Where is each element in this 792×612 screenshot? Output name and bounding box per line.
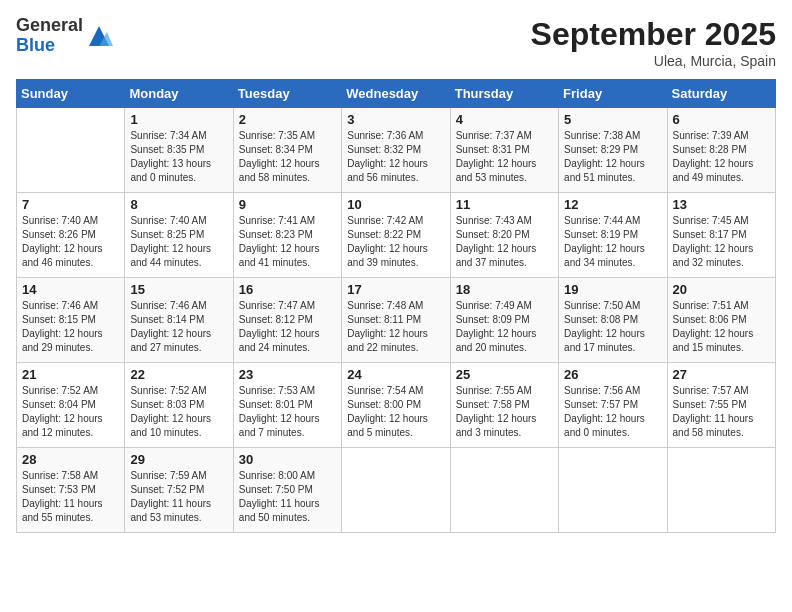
calendar-cell: 4Sunrise: 7:37 AMSunset: 8:31 PMDaylight… (450, 108, 558, 193)
day-info: Sunrise: 7:40 AMSunset: 8:26 PMDaylight:… (22, 214, 119, 270)
month-title: September 2025 (531, 16, 776, 53)
day-info: Sunrise: 7:51 AMSunset: 8:06 PMDaylight:… (673, 299, 770, 355)
logo-blue: Blue (16, 36, 83, 56)
day-info: Sunrise: 7:46 AMSunset: 8:14 PMDaylight:… (130, 299, 227, 355)
day-number: 29 (130, 452, 227, 467)
calendar-cell: 27Sunrise: 7:57 AMSunset: 7:55 PMDayligh… (667, 363, 775, 448)
day-info: Sunrise: 7:42 AMSunset: 8:22 PMDaylight:… (347, 214, 444, 270)
day-info: Sunrise: 7:44 AMSunset: 8:19 PMDaylight:… (564, 214, 661, 270)
weekday-header-thursday: Thursday (450, 80, 558, 108)
day-info: Sunrise: 7:45 AMSunset: 8:17 PMDaylight:… (673, 214, 770, 270)
calendar-cell: 11Sunrise: 7:43 AMSunset: 8:20 PMDayligh… (450, 193, 558, 278)
calendar-cell: 5Sunrise: 7:38 AMSunset: 8:29 PMDaylight… (559, 108, 667, 193)
calendar-cell: 10Sunrise: 7:42 AMSunset: 8:22 PMDayligh… (342, 193, 450, 278)
calendar-cell (667, 448, 775, 533)
day-number: 21 (22, 367, 119, 382)
day-info: Sunrise: 7:36 AMSunset: 8:32 PMDaylight:… (347, 129, 444, 185)
day-info: Sunrise: 7:40 AMSunset: 8:25 PMDaylight:… (130, 214, 227, 270)
day-info: Sunrise: 7:34 AMSunset: 8:35 PMDaylight:… (130, 129, 227, 185)
calendar-cell: 13Sunrise: 7:45 AMSunset: 8:17 PMDayligh… (667, 193, 775, 278)
day-info: Sunrise: 7:54 AMSunset: 8:00 PMDaylight:… (347, 384, 444, 440)
weekday-header-friday: Friday (559, 80, 667, 108)
day-number: 23 (239, 367, 336, 382)
day-number: 12 (564, 197, 661, 212)
calendar-cell (559, 448, 667, 533)
day-info: Sunrise: 7:43 AMSunset: 8:20 PMDaylight:… (456, 214, 553, 270)
day-info: Sunrise: 7:57 AMSunset: 7:55 PMDaylight:… (673, 384, 770, 440)
calendar-cell: 21Sunrise: 7:52 AMSunset: 8:04 PMDayligh… (17, 363, 125, 448)
calendar-cell: 6Sunrise: 7:39 AMSunset: 8:28 PMDaylight… (667, 108, 775, 193)
day-info: Sunrise: 7:48 AMSunset: 8:11 PMDaylight:… (347, 299, 444, 355)
day-info: Sunrise: 7:53 AMSunset: 8:01 PMDaylight:… (239, 384, 336, 440)
calendar-cell: 1Sunrise: 7:34 AMSunset: 8:35 PMDaylight… (125, 108, 233, 193)
calendar-table: SundayMondayTuesdayWednesdayThursdayFrid… (16, 79, 776, 533)
logo-general: General (16, 16, 83, 36)
calendar-cell: 30Sunrise: 8:00 AMSunset: 7:50 PMDayligh… (233, 448, 341, 533)
calendar-cell: 24Sunrise: 7:54 AMSunset: 8:00 PMDayligh… (342, 363, 450, 448)
week-row-5: 28Sunrise: 7:58 AMSunset: 7:53 PMDayligh… (17, 448, 776, 533)
day-number: 22 (130, 367, 227, 382)
weekday-header-saturday: Saturday (667, 80, 775, 108)
calendar-cell: 25Sunrise: 7:55 AMSunset: 7:58 PMDayligh… (450, 363, 558, 448)
day-info: Sunrise: 7:56 AMSunset: 7:57 PMDaylight:… (564, 384, 661, 440)
logo-icon (85, 22, 113, 50)
calendar-cell: 16Sunrise: 7:47 AMSunset: 8:12 PMDayligh… (233, 278, 341, 363)
calendar-cell: 26Sunrise: 7:56 AMSunset: 7:57 PMDayligh… (559, 363, 667, 448)
calendar-cell: 19Sunrise: 7:50 AMSunset: 8:08 PMDayligh… (559, 278, 667, 363)
day-number: 8 (130, 197, 227, 212)
calendar-cell: 12Sunrise: 7:44 AMSunset: 8:19 PMDayligh… (559, 193, 667, 278)
week-row-1: 1Sunrise: 7:34 AMSunset: 8:35 PMDaylight… (17, 108, 776, 193)
day-info: Sunrise: 7:41 AMSunset: 8:23 PMDaylight:… (239, 214, 336, 270)
day-number: 5 (564, 112, 661, 127)
calendar-cell (17, 108, 125, 193)
day-info: Sunrise: 7:47 AMSunset: 8:12 PMDaylight:… (239, 299, 336, 355)
weekday-header-tuesday: Tuesday (233, 80, 341, 108)
calendar-cell: 2Sunrise: 7:35 AMSunset: 8:34 PMDaylight… (233, 108, 341, 193)
calendar-cell: 14Sunrise: 7:46 AMSunset: 8:15 PMDayligh… (17, 278, 125, 363)
day-number: 10 (347, 197, 444, 212)
calendar-cell: 22Sunrise: 7:52 AMSunset: 8:03 PMDayligh… (125, 363, 233, 448)
day-info: Sunrise: 7:49 AMSunset: 8:09 PMDaylight:… (456, 299, 553, 355)
day-info: Sunrise: 7:50 AMSunset: 8:08 PMDaylight:… (564, 299, 661, 355)
day-number: 7 (22, 197, 119, 212)
week-row-3: 14Sunrise: 7:46 AMSunset: 8:15 PMDayligh… (17, 278, 776, 363)
logo-text: General Blue (16, 16, 83, 56)
day-number: 28 (22, 452, 119, 467)
day-number: 6 (673, 112, 770, 127)
calendar-cell: 3Sunrise: 7:36 AMSunset: 8:32 PMDaylight… (342, 108, 450, 193)
calendar-cell (342, 448, 450, 533)
day-number: 25 (456, 367, 553, 382)
day-number: 15 (130, 282, 227, 297)
day-number: 16 (239, 282, 336, 297)
day-info: Sunrise: 7:37 AMSunset: 8:31 PMDaylight:… (456, 129, 553, 185)
day-number: 18 (456, 282, 553, 297)
day-number: 19 (564, 282, 661, 297)
calendar-cell: 7Sunrise: 7:40 AMSunset: 8:26 PMDaylight… (17, 193, 125, 278)
day-number: 26 (564, 367, 661, 382)
day-number: 1 (130, 112, 227, 127)
day-number: 20 (673, 282, 770, 297)
calendar-cell: 9Sunrise: 7:41 AMSunset: 8:23 PMDaylight… (233, 193, 341, 278)
day-number: 13 (673, 197, 770, 212)
day-number: 2 (239, 112, 336, 127)
location: Ulea, Murcia, Spain (531, 53, 776, 69)
day-number: 24 (347, 367, 444, 382)
calendar-cell: 23Sunrise: 7:53 AMSunset: 8:01 PMDayligh… (233, 363, 341, 448)
day-info: Sunrise: 7:59 AMSunset: 7:52 PMDaylight:… (130, 469, 227, 525)
day-number: 30 (239, 452, 336, 467)
weekday-header-wednesday: Wednesday (342, 80, 450, 108)
calendar-cell: 15Sunrise: 7:46 AMSunset: 8:14 PMDayligh… (125, 278, 233, 363)
day-info: Sunrise: 7:46 AMSunset: 8:15 PMDaylight:… (22, 299, 119, 355)
calendar-cell: 17Sunrise: 7:48 AMSunset: 8:11 PMDayligh… (342, 278, 450, 363)
calendar-cell: 18Sunrise: 7:49 AMSunset: 8:09 PMDayligh… (450, 278, 558, 363)
calendar-cell: 8Sunrise: 7:40 AMSunset: 8:25 PMDaylight… (125, 193, 233, 278)
day-number: 4 (456, 112, 553, 127)
weekday-header-sunday: Sunday (17, 80, 125, 108)
day-info: Sunrise: 7:58 AMSunset: 7:53 PMDaylight:… (22, 469, 119, 525)
day-number: 14 (22, 282, 119, 297)
day-info: Sunrise: 7:52 AMSunset: 8:03 PMDaylight:… (130, 384, 227, 440)
page-header: General Blue September 2025 Ulea, Murcia… (16, 16, 776, 69)
weekday-header-monday: Monday (125, 80, 233, 108)
logo: General Blue (16, 16, 113, 56)
day-info: Sunrise: 7:39 AMSunset: 8:28 PMDaylight:… (673, 129, 770, 185)
